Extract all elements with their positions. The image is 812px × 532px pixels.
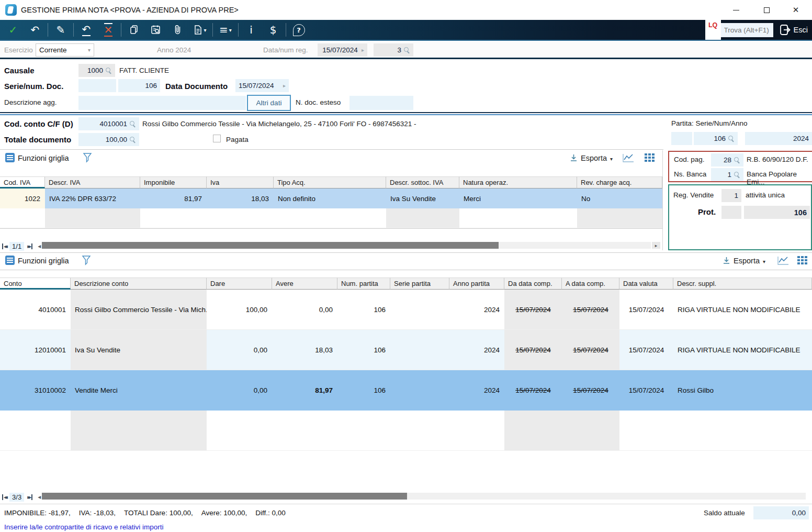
column-header[interactable]: Num. partita bbox=[337, 278, 390, 290]
column-header[interactable]: A data comp. bbox=[562, 278, 619, 290]
help-icon[interactable]: ? bbox=[288, 20, 310, 40]
column-header[interactable]: Tipo Acq. bbox=[274, 176, 386, 189]
info-icon[interactable]: i bbox=[240, 20, 262, 40]
grid-cell[interactable] bbox=[459, 208, 577, 228]
grid-row[interactable]: 31010002Vendite Merci0,0081,97106202415/… bbox=[0, 370, 812, 411]
partita-anno-field[interactable]: 2024 bbox=[745, 132, 812, 145]
scroll-left-icon[interactable]: ◂ bbox=[38, 494, 41, 500]
grid-cell[interactable] bbox=[45, 208, 140, 228]
scrollbar-thumb[interactable] bbox=[42, 493, 407, 500]
grid-cell[interactable]: Merci bbox=[459, 189, 577, 208]
column-header[interactable]: Da data comp. bbox=[504, 278, 562, 290]
column-header[interactable]: Descr. suppl. bbox=[673, 278, 812, 290]
grid-cell[interactable]: 15/07/2024 bbox=[504, 370, 562, 411]
column-header[interactable]: Imponibile bbox=[140, 176, 207, 189]
search-icon[interactable] bbox=[130, 121, 136, 127]
conti-grid-scrollbar[interactable] bbox=[42, 493, 806, 500]
column-header[interactable]: Cod. IVA bbox=[0, 176, 45, 189]
column-header[interactable]: Anno partita bbox=[449, 278, 504, 290]
chart-icon[interactable] bbox=[776, 255, 790, 267]
grid-cell[interactable]: 2024 bbox=[449, 370, 504, 411]
grid-cell[interactable] bbox=[562, 411, 619, 450]
grid-functions-icon[interactable] bbox=[5, 256, 15, 265]
search-icon[interactable] bbox=[106, 68, 112, 74]
partita-num-field[interactable]: 106 bbox=[694, 132, 738, 145]
totale-documento-field[interactable]: 100,00 bbox=[78, 133, 139, 146]
search-icon[interactable] bbox=[734, 172, 740, 178]
search-registrations-icon[interactable] bbox=[145, 20, 167, 40]
funzioni-griglia-button[interactable]: Funzioni griglia bbox=[18, 257, 69, 265]
grid-cell[interactable]: 106 bbox=[337, 330, 390, 370]
grid-row[interactable]: 12010001Iva Su Vendite0,0018,03106202415… bbox=[0, 330, 812, 370]
undo-icon[interactable]: ↶ bbox=[24, 20, 46, 40]
chart-icon[interactable] bbox=[622, 152, 635, 164]
ns-banca-field[interactable]: 1 bbox=[711, 168, 743, 181]
grid-view-icon[interactable] bbox=[645, 153, 655, 162]
grid-cell[interactable]: 2024 bbox=[449, 330, 504, 370]
grid-cell[interactable]: Rossi Gilbo Commercio Tessile - Via Mich… bbox=[71, 290, 207, 329]
grid-cell[interactable] bbox=[673, 411, 812, 450]
column-header[interactable]: Rev. charge acq. bbox=[577, 176, 662, 189]
grid-cell[interactable]: 4010001 bbox=[0, 290, 71, 329]
grid-cell[interactable]: 0,00 bbox=[207, 330, 272, 370]
scroll-left-icon[interactable]: ◂ bbox=[38, 243, 41, 249]
grid-cell[interactable] bbox=[449, 411, 504, 450]
expand-date-icon[interactable]: ▸ bbox=[362, 47, 364, 53]
first-page-icon[interactable]: ◂◂ bbox=[2, 243, 6, 249]
serie-doc-field[interactable] bbox=[78, 79, 116, 92]
grid-cell[interactable] bbox=[140, 208, 207, 228]
grid-cell[interactable]: RIGA VIRTUALE NON MODIFICABILE bbox=[673, 330, 812, 370]
pagata-checkbox[interactable] bbox=[213, 135, 221, 142]
grid-cell[interactable]: Vendite Merci bbox=[71, 370, 207, 411]
grid-cell[interactable]: Iva Su Vendite bbox=[386, 189, 459, 208]
grid-cell[interactable]: Non definito bbox=[274, 189, 386, 208]
causale-field[interactable]: 1000 bbox=[78, 64, 115, 77]
grid-row[interactable] bbox=[0, 208, 662, 228]
grid-cell[interactable] bbox=[390, 370, 449, 411]
data-documento-field[interactable]: 15/07/2024 ▸ bbox=[235, 79, 289, 92]
n-doc-esteso-field[interactable] bbox=[349, 96, 413, 110]
column-header[interactable]: Descrizione conto bbox=[71, 278, 207, 290]
search-icon[interactable] bbox=[404, 47, 410, 53]
column-header[interactable]: Iva bbox=[207, 176, 274, 189]
grid-cell[interactable]: 0,00 bbox=[207, 370, 272, 411]
reg-vendite-field[interactable]: 1 bbox=[721, 189, 741, 202]
grid-cell[interactable]: 15/07/2024 bbox=[619, 370, 673, 411]
grid-cell[interactable] bbox=[0, 208, 45, 228]
currency-icon[interactable]: $ bbox=[262, 20, 284, 40]
grid-cell[interactable] bbox=[390, 411, 449, 450]
grid-cell[interactable]: 2024 bbox=[449, 290, 504, 329]
cod-pag-field[interactable]: 28 bbox=[711, 153, 743, 167]
funzioni-griglia-button[interactable]: Funzioni griglia bbox=[18, 154, 69, 162]
grid-cell[interactable] bbox=[71, 411, 207, 450]
scroll-right-icon[interactable]: ▸ bbox=[652, 242, 660, 249]
grid-cell[interactable]: 15/07/2024 bbox=[562, 290, 619, 329]
partita-serie-field[interactable] bbox=[671, 132, 692, 145]
grid-functions-icon[interactable] bbox=[5, 153, 15, 162]
document-options-icon[interactable]: ▾ bbox=[189, 20, 211, 40]
num-reg-field[interactable]: 3 bbox=[374, 43, 413, 57]
last-page-icon[interactable]: ▸▸ bbox=[27, 494, 32, 500]
maximize-button[interactable] bbox=[758, 3, 775, 17]
column-header[interactable]: Serie partita bbox=[390, 278, 449, 290]
column-header[interactable]: Conto bbox=[0, 278, 71, 290]
confirm-icon[interactable]: ✓ bbox=[2, 20, 24, 40]
grid-cell[interactable]: 0,00 bbox=[272, 290, 337, 329]
grid-cell[interactable]: IVA 22% DPR 633/72 bbox=[45, 189, 140, 208]
attachment-icon[interactable] bbox=[167, 20, 189, 40]
cod-conto-field[interactable]: 4010001 bbox=[78, 117, 139, 130]
iva-grid-scrollbar[interactable] bbox=[42, 242, 651, 249]
column-header[interactable]: Descr. IVA bbox=[45, 176, 140, 189]
menu-icon[interactable]: ≡▾ bbox=[215, 20, 236, 40]
filter-funnel-icon[interactable] bbox=[83, 152, 92, 163]
column-header[interactable]: Descr. sottoc. IVA bbox=[386, 176, 459, 189]
copy-icon[interactable] bbox=[123, 20, 145, 40]
restore-row-icon[interactable]: ↶ bbox=[75, 20, 97, 40]
grid-cell[interactable]: 15/07/2024 bbox=[619, 290, 673, 329]
grid-cell[interactable] bbox=[390, 330, 449, 370]
close-button[interactable]: ✕ bbox=[787, 3, 805, 17]
grid-cell[interactable]: RIGA VIRTUALE NON MODIFICABILE bbox=[673, 290, 812, 329]
find-input[interactable] bbox=[721, 23, 773, 37]
prot-serie-field[interactable] bbox=[721, 206, 741, 219]
grid-view-icon[interactable] bbox=[797, 256, 808, 265]
